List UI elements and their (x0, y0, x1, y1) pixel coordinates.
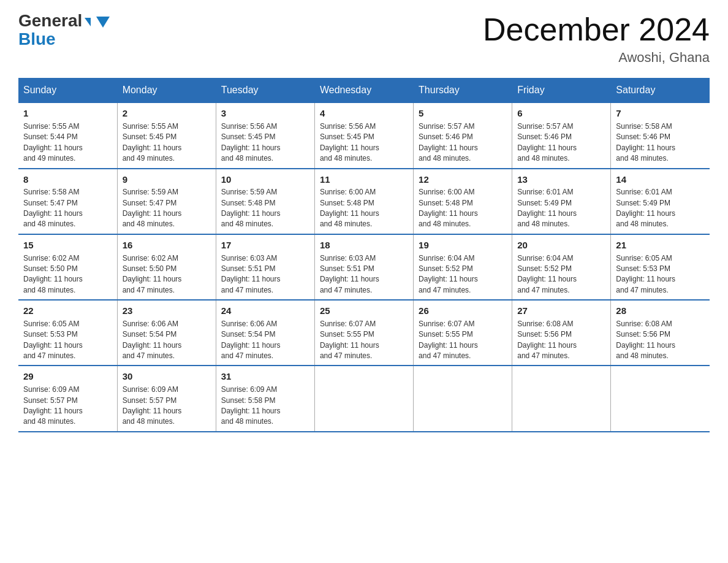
day-number: 24 (221, 304, 309, 318)
day-number: 27 (517, 304, 605, 318)
day-info: Sunrise: 6:08 AMSunset: 5:56 PMDaylight:… (616, 319, 705, 362)
day-info: Sunrise: 5:57 AMSunset: 5:46 PMDaylight:… (419, 121, 507, 164)
calendar-day-cell: 4Sunrise: 5:56 AMSunset: 5:45 PMDaylight… (314, 102, 413, 168)
location-subtitle: Awoshi, Ghana (483, 50, 710, 66)
day-info: Sunrise: 6:03 AMSunset: 5:51 PMDaylight:… (221, 253, 309, 296)
day-number: 6 (517, 107, 605, 120)
calendar-day-cell: 11Sunrise: 6:00 AMSunset: 5:48 PMDayligh… (314, 169, 413, 234)
day-info: Sunrise: 5:55 AMSunset: 5:45 PMDaylight:… (123, 121, 211, 164)
day-info: Sunrise: 5:59 AMSunset: 5:48 PMDaylight:… (221, 187, 309, 230)
calendar-day-cell: 8Sunrise: 5:58 AMSunset: 5:47 PMDaylight… (18, 169, 117, 234)
day-number: 16 (123, 239, 211, 252)
day-info: Sunrise: 5:55 AMSunset: 5:44 PMDaylight:… (23, 121, 112, 164)
calendar-day-cell: 3Sunrise: 5:56 AMSunset: 5:45 PMDaylight… (216, 102, 314, 168)
day-number: 2 (123, 107, 211, 120)
day-number: 1 (23, 107, 112, 120)
day-info: Sunrise: 6:03 AMSunset: 5:51 PMDaylight:… (320, 253, 408, 296)
day-number: 15 (23, 239, 112, 252)
svg-marker-0 (96, 17, 110, 28)
day-number: 18 (320, 239, 408, 252)
calendar-table: SundayMondayTuesdayWednesdayThursdayFrid… (18, 78, 710, 432)
day-info: Sunrise: 6:00 AMSunset: 5:48 PMDaylight:… (419, 187, 507, 230)
day-header-monday: Monday (117, 79, 216, 103)
calendar-day-cell: 5Sunrise: 5:57 AMSunset: 5:46 PMDaylight… (414, 102, 512, 168)
calendar-day-cell (314, 366, 413, 431)
day-header-friday: Friday (512, 79, 611, 103)
day-number: 13 (517, 173, 605, 186)
day-header-thursday: Thursday (414, 79, 512, 103)
day-info: Sunrise: 6:01 AMSunset: 5:49 PMDaylight:… (517, 187, 605, 230)
day-number: 8 (23, 173, 112, 186)
day-header-sunday: Sunday (18, 79, 117, 103)
day-number: 7 (616, 107, 705, 120)
day-number: 26 (419, 304, 507, 318)
calendar-day-cell: 22Sunrise: 6:05 AMSunset: 5:53 PMDayligh… (18, 300, 117, 366)
day-number: 28 (616, 304, 705, 318)
day-info: Sunrise: 6:07 AMSunset: 5:55 PMDaylight:… (320, 319, 408, 362)
day-header-saturday: Saturday (611, 79, 710, 103)
day-number: 29 (23, 370, 112, 383)
calendar-day-cell: 26Sunrise: 6:07 AMSunset: 5:55 PMDayligh… (414, 300, 512, 366)
day-info: Sunrise: 6:09 AMSunset: 5:58 PMDaylight:… (221, 385, 309, 427)
day-info: Sunrise: 5:57 AMSunset: 5:46 PMDaylight:… (517, 121, 605, 164)
day-number: 21 (616, 239, 705, 252)
day-number: 30 (123, 370, 211, 383)
calendar-day-cell: 21Sunrise: 6:05 AMSunset: 5:53 PMDayligh… (611, 234, 710, 300)
calendar-day-cell: 28Sunrise: 6:08 AMSunset: 5:56 PMDayligh… (611, 300, 710, 366)
page-header: General Blue December 2024 Awoshi, Ghana (18, 12, 710, 66)
day-info: Sunrise: 5:56 AMSunset: 5:45 PMDaylight:… (320, 121, 408, 164)
calendar-week-row: 22Sunrise: 6:05 AMSunset: 5:53 PMDayligh… (18, 300, 710, 366)
calendar-day-cell: 19Sunrise: 6:04 AMSunset: 5:52 PMDayligh… (414, 234, 512, 300)
day-number: 19 (419, 239, 507, 252)
day-info: Sunrise: 6:08 AMSunset: 5:56 PMDaylight:… (517, 319, 605, 362)
calendar-day-cell: 18Sunrise: 6:03 AMSunset: 5:51 PMDayligh… (314, 234, 413, 300)
calendar-day-cell: 27Sunrise: 6:08 AMSunset: 5:56 PMDayligh… (512, 300, 611, 366)
day-number: 3 (221, 107, 309, 120)
calendar-day-cell: 24Sunrise: 6:06 AMSunset: 5:54 PMDayligh… (216, 300, 314, 366)
calendar-day-cell: 13Sunrise: 6:01 AMSunset: 5:49 PMDayligh… (512, 169, 611, 234)
day-info: Sunrise: 5:56 AMSunset: 5:45 PMDaylight:… (221, 121, 309, 164)
title-area: December 2024 Awoshi, Ghana (483, 12, 710, 66)
calendar-day-cell: 25Sunrise: 6:07 AMSunset: 5:55 PMDayligh… (314, 300, 413, 366)
day-info: Sunrise: 5:59 AMSunset: 5:47 PMDaylight:… (123, 187, 211, 230)
calendar-day-cell: 17Sunrise: 6:03 AMSunset: 5:51 PMDayligh… (216, 234, 314, 300)
calendar-day-cell: 9Sunrise: 5:59 AMSunset: 5:47 PMDaylight… (117, 169, 216, 234)
day-info: Sunrise: 6:01 AMSunset: 5:49 PMDaylight:… (616, 187, 705, 230)
day-number: 12 (419, 173, 507, 186)
calendar-day-cell: 20Sunrise: 6:04 AMSunset: 5:52 PMDayligh… (512, 234, 611, 300)
day-number: 10 (221, 173, 309, 186)
calendar-day-cell: 10Sunrise: 5:59 AMSunset: 5:48 PMDayligh… (216, 169, 314, 234)
day-number: 23 (123, 304, 211, 318)
calendar-day-cell (414, 366, 512, 431)
calendar-week-row: 8Sunrise: 5:58 AMSunset: 5:47 PMDaylight… (18, 169, 710, 234)
day-number: 31 (221, 370, 309, 383)
day-number: 5 (419, 107, 507, 120)
day-info: Sunrise: 6:07 AMSunset: 5:55 PMDaylight:… (419, 319, 507, 362)
calendar-day-cell (611, 366, 710, 431)
calendar-day-cell: 6Sunrise: 5:57 AMSunset: 5:46 PMDaylight… (512, 102, 611, 168)
day-number: 17 (221, 239, 309, 252)
calendar-day-cell: 2Sunrise: 5:55 AMSunset: 5:45 PMDaylight… (117, 102, 216, 168)
calendar-day-cell: 15Sunrise: 6:02 AMSunset: 5:50 PMDayligh… (18, 234, 117, 300)
day-info: Sunrise: 6:09 AMSunset: 5:57 PMDaylight:… (123, 385, 211, 427)
day-info: Sunrise: 6:02 AMSunset: 5:50 PMDaylight:… (23, 253, 112, 296)
day-header-wednesday: Wednesday (314, 79, 413, 103)
calendar-week-row: 1Sunrise: 5:55 AMSunset: 5:44 PMDaylight… (18, 102, 710, 168)
calendar-header-row: SundayMondayTuesdayWednesdayThursdayFrid… (18, 79, 710, 103)
day-number: 4 (320, 107, 408, 120)
day-number: 25 (320, 304, 408, 318)
day-info: Sunrise: 5:58 AMSunset: 5:47 PMDaylight:… (23, 187, 112, 230)
day-info: Sunrise: 6:00 AMSunset: 5:48 PMDaylight:… (320, 187, 408, 230)
day-header-tuesday: Tuesday (216, 79, 314, 103)
calendar-day-cell: 1Sunrise: 5:55 AMSunset: 5:44 PMDaylight… (18, 102, 117, 168)
day-info: Sunrise: 6:06 AMSunset: 5:54 PMDaylight:… (221, 319, 309, 362)
day-number: 14 (616, 173, 705, 186)
calendar-day-cell: 16Sunrise: 6:02 AMSunset: 5:50 PMDayligh… (117, 234, 216, 300)
day-info: Sunrise: 6:05 AMSunset: 5:53 PMDaylight:… (23, 319, 112, 362)
month-title: December 2024 (483, 12, 710, 47)
day-info: Sunrise: 6:05 AMSunset: 5:53 PMDaylight:… (616, 253, 705, 296)
calendar-day-cell: 30Sunrise: 6:09 AMSunset: 5:57 PMDayligh… (117, 366, 216, 431)
logo-line1: General (18, 12, 110, 29)
day-number: 9 (123, 173, 211, 186)
calendar-week-row: 15Sunrise: 6:02 AMSunset: 5:50 PMDayligh… (18, 234, 710, 300)
